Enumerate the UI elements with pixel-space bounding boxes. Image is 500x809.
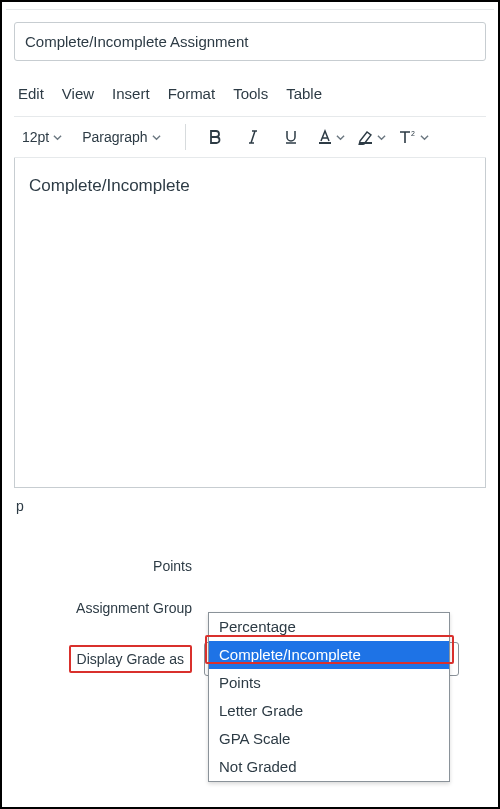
cropped-header-edge xyxy=(6,6,494,10)
points-row: Points xyxy=(14,558,486,574)
chevron-down-icon xyxy=(420,133,429,142)
block-format-label: Paragraph xyxy=(82,129,147,145)
display-grade-as-listbox[interactable]: Percentage Complete/Incomplete Points Le… xyxy=(208,612,450,782)
option-not-graded[interactable]: Not Graded xyxy=(209,753,449,781)
svg-rect-0 xyxy=(319,142,331,144)
chevron-down-icon xyxy=(377,133,386,142)
editor-content-area[interactable]: Complete/Incomplete xyxy=(14,158,486,488)
display-grade-as-label: Display Grade as xyxy=(69,645,192,673)
editor-toolbar: 12pt Paragraph xyxy=(14,116,486,158)
editor-menubar: Edit View Insert Format Tools Table xyxy=(14,79,486,116)
superscript-button[interactable]: 2 xyxy=(396,123,431,151)
chevron-down-icon xyxy=(53,133,62,142)
underline-button[interactable] xyxy=(276,123,306,151)
block-format-dropdown[interactable]: Paragraph xyxy=(76,125,166,149)
editor-body-text: Complete/Incomplete xyxy=(29,176,190,195)
menu-tools[interactable]: Tools xyxy=(233,85,268,102)
assignment-edit-page: Edit View Insert Format Tools Table 12pt… xyxy=(0,0,500,809)
font-size-label: 12pt xyxy=(22,129,49,145)
option-points[interactable]: Points xyxy=(209,669,449,697)
rich-content-editor: Edit View Insert Format Tools Table 12pt… xyxy=(14,79,486,488)
italic-button[interactable] xyxy=(238,123,268,151)
display-grade-as-label-wrap: Display Grade as xyxy=(14,651,204,667)
chevron-down-icon xyxy=(152,133,161,142)
menu-view[interactable]: View xyxy=(62,85,94,102)
menu-insert[interactable]: Insert xyxy=(112,85,150,102)
option-percentage[interactable]: Percentage xyxy=(209,613,449,641)
toolbar-divider xyxy=(185,124,186,150)
text-color-button[interactable] xyxy=(314,123,347,151)
highlight-color-button[interactable] xyxy=(355,123,388,151)
option-complete-incomplete[interactable]: Complete/Incomplete xyxy=(209,641,449,669)
svg-text:2: 2 xyxy=(411,130,415,137)
editor-status-path: p xyxy=(14,488,486,514)
option-gpa-scale[interactable]: GPA Scale xyxy=(209,725,449,753)
assignment-group-label: Assignment Group xyxy=(14,600,204,616)
menu-edit[interactable]: Edit xyxy=(18,85,44,102)
menu-format[interactable]: Format xyxy=(168,85,216,102)
points-label: Points xyxy=(14,558,204,574)
menu-table[interactable]: Table xyxy=(286,85,322,102)
chevron-down-icon xyxy=(336,133,345,142)
svg-rect-1 xyxy=(359,142,372,144)
font-size-dropdown[interactable]: 12pt xyxy=(16,125,68,149)
bold-button[interactable] xyxy=(200,123,230,151)
assignment-name-input[interactable] xyxy=(14,22,486,61)
option-letter-grade[interactable]: Letter Grade xyxy=(209,697,449,725)
